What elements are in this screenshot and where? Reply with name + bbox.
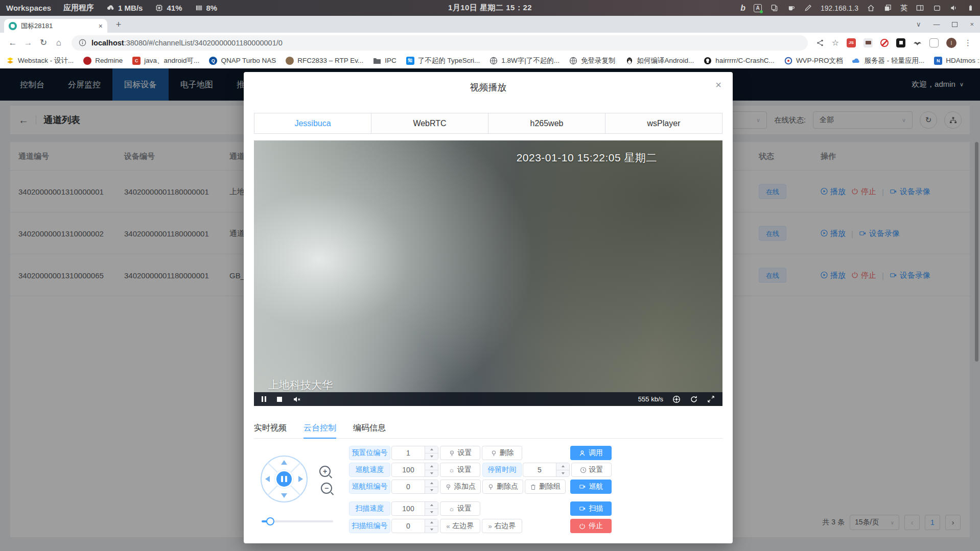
ptz-left-icon[interactable] (265, 476, 270, 482)
slider-handle[interactable] (266, 517, 274, 525)
preset-number-input[interactable]: 1 (391, 446, 438, 460)
tray-icon-b[interactable]: b (740, 4, 745, 13)
speaker-icon[interactable] (949, 4, 958, 12)
bookmark-item[interactable]: C java、android可... (132, 56, 199, 65)
stay-time-input[interactable]: 5 (523, 463, 570, 477)
zoom-out-icon[interactable]: − (321, 483, 332, 494)
player-refresh-icon[interactable] (690, 395, 698, 403)
site-info-icon[interactable] (79, 39, 86, 46)
bookmark-item[interactable]: Q QNAP Turbo NAS (209, 57, 276, 65)
layers-icon[interactable] (883, 4, 892, 12)
extension-bat-icon[interactable] (913, 39, 922, 46)
stop-icon[interactable] (277, 397, 282, 402)
input-language-indicator[interactable]: 英 (900, 4, 907, 13)
clock[interactable]: 1月10日 星期二 15：22 (448, 3, 532, 13)
cruise-speed-set-button[interactable]: ☼ 设置 (440, 463, 480, 477)
window-close-button[interactable]: × (970, 20, 974, 28)
left-boundary-button[interactable]: « 左边界 (440, 519, 480, 533)
window-icon[interactable] (932, 4, 941, 12)
preset-call-button[interactable]: 调用 (570, 446, 612, 460)
stay-time-set-button[interactable]: 设置 (571, 463, 612, 477)
tab-h265web[interactable]: h265web (488, 113, 605, 133)
home-button[interactable]: ⌂ (51, 38, 66, 48)
tab-jessibuca[interactable]: Jessibuca (254, 113, 371, 133)
bookmark-item[interactable]: 1.8W字|了不起的... (489, 56, 559, 65)
workspaces-button[interactable]: Workspaces (6, 4, 51, 12)
bookmark-item[interactable]: N HDAtmos :: 种子 *... (934, 56, 980, 65)
scan-group-input[interactable]: 0 (391, 519, 438, 533)
bookmark-item[interactable]: IPC (373, 57, 396, 65)
ptz-right-icon[interactable] (298, 476, 303, 482)
video-canvas[interactable]: 2023-01-10 15:22:05 星期二 上地科技大华 555 kb/s (254, 140, 722, 406)
window-maximize-button[interactable] (952, 22, 958, 27)
zoom-in-icon[interactable]: + (319, 466, 331, 477)
bookmark-item[interactable]: Redmine (83, 57, 123, 65)
tab-close-icon[interactable]: × (99, 22, 103, 30)
tab-webrtc[interactable]: WebRTC (371, 113, 488, 133)
fullscreen-icon[interactable] (707, 395, 715, 403)
close-icon[interactable]: × (715, 80, 721, 90)
battery-icon[interactable] (966, 4, 975, 12)
clipboard-icon[interactable] (770, 4, 779, 12)
number-stepper[interactable] (425, 446, 438, 460)
preset-set-button[interactable]: 设置 (440, 446, 480, 460)
cruise-delete-group-button[interactable]: 删除组 (525, 480, 566, 494)
extension-van-icon[interactable] (864, 38, 873, 47)
number-stepper[interactable] (425, 463, 438, 476)
pen-icon[interactable] (804, 4, 812, 12)
number-stepper[interactable] (425, 502, 438, 515)
home-icon[interactable] (867, 4, 875, 12)
bookmark-item[interactable]: 服务器 - 轻量应用... (852, 56, 924, 65)
split-window-icon[interactable] (916, 4, 924, 12)
number-stepper[interactable] (425, 480, 438, 493)
mute-icon[interactable] (293, 395, 301, 403)
scan-start-button[interactable]: 扫描 (570, 501, 612, 516)
bookmark-item[interactable]: hairrrrr/C-CrashC... (704, 57, 775, 65)
new-tab-button[interactable]: + (112, 18, 125, 31)
bookmark-item[interactable]: 知 了不起的 TypeScri... (406, 56, 480, 65)
applications-button[interactable]: 应用程序 (63, 3, 94, 13)
share-icon[interactable] (816, 39, 824, 47)
tab-encoding-info[interactable]: 编码信息 (353, 419, 386, 439)
reload-button[interactable]: ↻ (36, 37, 51, 48)
ptz-down-icon[interactable] (281, 493, 287, 498)
bookmark-item[interactable]: Webstack - 设计... (6, 56, 74, 65)
address-bar[interactable]: localhost:38080/#/channelList/3402000000… (72, 35, 808, 51)
scan-speed-input[interactable]: 100 (391, 501, 438, 516)
ime-status-icon[interactable]: A (754, 4, 762, 12)
cruise-delete-point-button[interactable]: 删除点 (482, 480, 523, 494)
bookmark-item[interactable]: WVP-PRO文档 (784, 56, 843, 65)
pause-icon[interactable] (262, 396, 266, 402)
extension-js-icon[interactable]: JS (847, 38, 856, 47)
extension-square-icon[interactable] (896, 38, 905, 47)
cruise-add-point-button[interactable]: 添加点 (440, 480, 481, 494)
bookmark-item[interactable]: 免登录复制 (569, 56, 616, 65)
ptz-pause-button[interactable] (275, 470, 293, 488)
ip-address-indicator[interactable]: 192.168.1.3 (821, 4, 858, 12)
window-minimize-button[interactable]: — (933, 20, 940, 28)
back-button[interactable]: ← (5, 38, 20, 48)
ptz-speed-slider[interactable] (262, 520, 333, 522)
cruise-start-button[interactable]: 巡航 (570, 480, 612, 494)
number-stepper[interactable] (556, 463, 569, 476)
tab-live-video[interactable]: 实时视频 (254, 419, 287, 439)
cruise-group-input[interactable]: 0 (391, 480, 438, 494)
ptz-up-icon[interactable] (281, 460, 287, 465)
tab-ptz-control[interactable]: 云台控制 (304, 419, 336, 439)
player-settings-icon[interactable] (672, 395, 681, 403)
right-boundary-button[interactable]: » 右边界 (482, 519, 522, 533)
browser-tab[interactable]: 国标28181 × (4, 19, 107, 33)
forward-button[interactable]: → (20, 38, 36, 48)
bookmark-item[interactable]: RFC2833 – RTP Ev... (286, 57, 363, 65)
bookmark-item[interactable]: 如何编译Android... (625, 56, 694, 65)
preset-delete-button[interactable]: 删除 (482, 446, 522, 460)
browser-menu-icon[interactable]: ⋮ (964, 38, 972, 47)
cup-icon[interactable] (787, 4, 796, 12)
extension-blocker-icon[interactable] (880, 39, 889, 47)
extension-light-icon[interactable] (929, 38, 939, 47)
window-pin-icon[interactable]: ∨ (916, 20, 921, 28)
number-stepper[interactable] (425, 519, 438, 533)
profile-avatar[interactable]: l (946, 38, 956, 48)
bookmark-star-icon[interactable]: ☆ (832, 38, 839, 47)
ptz-direction-pad[interactable] (261, 456, 308, 502)
